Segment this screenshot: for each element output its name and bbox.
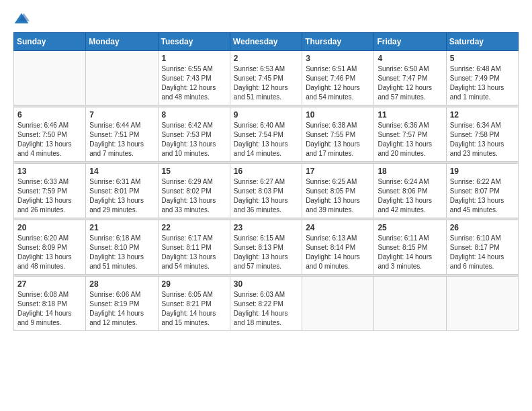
day-detail: Sunrise: 6:31 AMSunset: 8:01 PMDaylight:… [89,177,154,215]
calendar-week-row: 1Sunrise: 6:55 AMSunset: 7:43 PMDaylight… [14,51,519,105]
calendar-cell [374,277,446,331]
logo-icon [13,11,30,27]
day-detail: Sunrise: 6:46 AMSunset: 7:50 PMDaylight:… [17,121,82,158]
calendar-cell [446,277,518,331]
calendar-cell: 1Sunrise: 6:55 AMSunset: 7:43 PMDaylight… [158,51,230,105]
day-detail: Sunrise: 6:48 AMSunset: 7:49 PMDaylight:… [450,64,515,102]
day-detail: Sunrise: 6:05 AMSunset: 8:21 PMDaylight:… [162,290,226,328]
calendar: SundayMondayTuesdayWednesdayThursdayFrid… [13,32,519,331]
day-number: 9 [234,110,298,120]
day-number: 27 [17,279,82,289]
calendar-cell: 27Sunrise: 6:08 AMSunset: 8:18 PMDayligh… [14,277,86,331]
calendar-cell: 6Sunrise: 6:46 AMSunset: 7:50 PMDaylight… [14,107,86,162]
calendar-cell: 20Sunrise: 6:20 AMSunset: 8:09 PMDayligh… [14,220,86,275]
day-number: 7 [89,110,154,120]
calendar-cell: 16Sunrise: 6:27 AMSunset: 8:03 PMDayligh… [230,164,302,218]
day-detail: Sunrise: 6:34 AMSunset: 7:58 PMDaylight:… [450,121,515,158]
day-detail: Sunrise: 6:27 AMSunset: 8:03 PMDaylight:… [234,177,298,215]
day-number: 25 [378,223,442,232]
calendar-cell: 29Sunrise: 6:05 AMSunset: 8:21 PMDayligh… [158,277,230,331]
day-number: 30 [234,279,298,289]
day-detail: Sunrise: 6:06 AMSunset: 8:19 PMDaylight:… [89,290,154,328]
day-detail: Sunrise: 6:36 AMSunset: 7:57 PMDaylight:… [378,121,442,158]
calendar-week-row: 20Sunrise: 6:20 AMSunset: 8:09 PMDayligh… [14,220,519,275]
calendar-cell: 24Sunrise: 6:13 AMSunset: 8:14 PMDayligh… [302,220,374,275]
calendar-cell: 28Sunrise: 6:06 AMSunset: 8:19 PMDayligh… [86,277,158,331]
day-detail: Sunrise: 6:55 AMSunset: 7:43 PMDaylight:… [162,64,226,102]
day-detail: Sunrise: 6:03 AMSunset: 8:22 PMDaylight:… [234,290,298,328]
calendar-cell: 22Sunrise: 6:17 AMSunset: 8:11 PMDayligh… [158,220,230,275]
day-number: 11 [378,110,442,120]
day-number: 1 [162,54,226,63]
day-number: 21 [89,223,154,232]
day-detail: Sunrise: 6:08 AMSunset: 8:18 PMDaylight:… [17,290,82,328]
calendar-week-row: 6Sunrise: 6:46 AMSunset: 7:50 PMDaylight… [14,107,519,162]
calendar-cell [14,51,86,105]
day-detail: Sunrise: 6:10 AMSunset: 8:17 PMDaylight:… [450,234,515,271]
logo-text [13,11,30,27]
calendar-cell: 12Sunrise: 6:34 AMSunset: 7:58 PMDayligh… [446,107,518,162]
calendar-cell: 18Sunrise: 6:24 AMSunset: 8:06 PMDayligh… [374,164,446,218]
calendar-cell: 8Sunrise: 6:42 AMSunset: 7:53 PMDaylight… [158,107,230,162]
day-detail: Sunrise: 6:38 AMSunset: 7:55 PMDaylight:… [306,121,370,158]
day-number: 17 [306,167,370,176]
day-detail: Sunrise: 6:15 AMSunset: 8:13 PMDaylight:… [234,234,298,271]
day-number: 12 [450,110,515,120]
day-detail: Sunrise: 6:20 AMSunset: 8:09 PMDaylight:… [17,234,82,271]
day-number: 24 [306,223,370,232]
calendar-cell: 13Sunrise: 6:33 AMSunset: 7:59 PMDayligh… [14,164,86,218]
day-number: 2 [234,54,298,63]
day-number: 15 [162,167,226,176]
calendar-cell: 30Sunrise: 6:03 AMSunset: 8:22 PMDayligh… [230,277,302,331]
day-number: 28 [89,279,154,289]
day-number: 5 [450,54,515,63]
calendar-cell: 21Sunrise: 6:18 AMSunset: 8:10 PMDayligh… [86,220,158,275]
day-number: 4 [378,54,442,63]
day-detail: Sunrise: 6:40 AMSunset: 7:54 PMDaylight:… [234,121,298,158]
calendar-cell [86,51,158,105]
day-detail: Sunrise: 6:50 AMSunset: 7:47 PMDaylight:… [378,64,442,102]
day-number: 26 [450,223,515,232]
calendar-header-sunday: Sunday [14,33,86,51]
day-number: 14 [89,167,154,176]
calendar-week-row: 27Sunrise: 6:08 AMSunset: 8:18 PMDayligh… [14,277,519,331]
calendar-header-thursday: Thursday [302,33,374,51]
day-detail: Sunrise: 6:24 AMSunset: 8:06 PMDaylight:… [378,177,442,215]
calendar-cell: 9Sunrise: 6:40 AMSunset: 7:54 PMDaylight… [230,107,302,162]
day-detail: Sunrise: 6:53 AMSunset: 7:45 PMDaylight:… [234,64,298,102]
calendar-header-saturday: Saturday [446,33,518,51]
day-number: 10 [306,110,370,120]
day-number: 16 [234,167,298,176]
calendar-cell: 5Sunrise: 6:48 AMSunset: 7:49 PMDaylight… [446,51,518,105]
calendar-cell: 23Sunrise: 6:15 AMSunset: 8:13 PMDayligh… [230,220,302,275]
calendar-cell: 14Sunrise: 6:31 AMSunset: 8:01 PMDayligh… [86,164,158,218]
day-detail: Sunrise: 6:29 AMSunset: 8:02 PMDaylight:… [162,177,226,215]
calendar-cell: 25Sunrise: 6:11 AMSunset: 8:15 PMDayligh… [374,220,446,275]
day-detail: Sunrise: 6:17 AMSunset: 8:11 PMDaylight:… [162,234,226,271]
calendar-header-tuesday: Tuesday [158,33,230,51]
day-number: 29 [162,279,226,289]
calendar-header-friday: Friday [374,33,446,51]
calendar-cell: 11Sunrise: 6:36 AMSunset: 7:57 PMDayligh… [374,107,446,162]
calendar-cell: 26Sunrise: 6:10 AMSunset: 8:17 PMDayligh… [446,220,518,275]
logo [13,11,30,27]
calendar-header-wednesday: Wednesday [230,33,302,51]
day-detail: Sunrise: 6:44 AMSunset: 7:51 PMDaylight:… [89,121,154,158]
day-number: 13 [17,167,82,176]
day-detail: Sunrise: 6:51 AMSunset: 7:46 PMDaylight:… [306,64,370,102]
day-number: 20 [17,223,82,232]
calendar-cell: 4Sunrise: 6:50 AMSunset: 7:47 PMDaylight… [374,51,446,105]
calendar-cell: 3Sunrise: 6:51 AMSunset: 7:46 PMDaylight… [302,51,374,105]
calendar-cell: 2Sunrise: 6:53 AMSunset: 7:45 PMDaylight… [230,51,302,105]
calendar-cell: 15Sunrise: 6:29 AMSunset: 8:02 PMDayligh… [158,164,230,218]
day-number: 22 [162,223,226,232]
calendar-cell [302,277,374,331]
day-number: 19 [450,167,515,176]
day-detail: Sunrise: 6:42 AMSunset: 7:53 PMDaylight:… [162,121,226,158]
day-number: 6 [17,110,82,120]
day-number: 8 [162,110,226,120]
calendar-week-row: 13Sunrise: 6:33 AMSunset: 7:59 PMDayligh… [14,164,519,218]
calendar-header-row: SundayMondayTuesdayWednesdayThursdayFrid… [14,33,519,51]
calendar-cell: 17Sunrise: 6:25 AMSunset: 8:05 PMDayligh… [302,164,374,218]
calendar-cell: 19Sunrise: 6:22 AMSunset: 8:07 PMDayligh… [446,164,518,218]
